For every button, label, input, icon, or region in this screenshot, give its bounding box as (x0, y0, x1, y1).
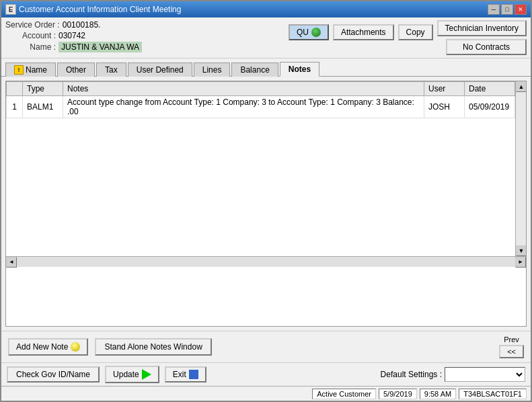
vertical-scrollbar[interactable]: ▲ ▼ (515, 81, 526, 256)
update-label: Update (113, 370, 139, 379)
info-section: Service Order : 00100185. Account : 0307… (5, 20, 284, 52)
stand-alone-notes-window-button[interactable]: Stand Alone Notes Window (95, 338, 211, 356)
tab-balance-label: Balance (240, 65, 269, 75)
notes-table: Type Notes User Date 1 BALM1 Account typ… (6, 81, 515, 118)
default-settings-section: Default Settings : (381, 367, 525, 382)
default-settings-dropdown[interactable] (445, 367, 525, 382)
default-settings-label: Default Settings : (381, 370, 442, 379)
no-contracts-button[interactable]: No Contracts (446, 39, 527, 55)
row-notes: Account type change from Account Type: 1… (63, 96, 424, 118)
col-header-user: User (424, 82, 465, 96)
window-title: Customer Account Information Client Meet… (19, 5, 181, 14)
exit-label: Exit (173, 370, 186, 379)
yellow-circle-icon (71, 342, 80, 352)
prev-button[interactable]: << (499, 345, 524, 358)
notes-table-area: Type Notes User Date 1 BALM1 Account typ… (5, 81, 527, 327)
exit-button[interactable]: Exit (165, 366, 206, 383)
row-user: JOSH (424, 96, 465, 118)
col-header-type: Type (23, 82, 63, 96)
center-buttons: QU Attachments Copy (289, 20, 433, 40)
tab-tax[interactable]: Tax (96, 63, 126, 77)
app-icon: E (5, 4, 16, 15)
col-header-notes: Notes (63, 82, 424, 96)
technician-inventory-button[interactable]: Technician Inventory (437, 20, 527, 36)
minimize-button[interactable]: ─ (488, 4, 500, 15)
tab-name-label: Name (26, 65, 47, 75)
scroll-right-button[interactable]: ► (515, 257, 526, 268)
qu-circle-icon (311, 28, 321, 37)
action-bar: Check Gov ID/Name Update Exit Default Se… (1, 362, 531, 386)
warning-icon: ! (14, 65, 24, 75)
tabs-bar: ! Name Other Tax User Defined Lines Bala… (1, 58, 531, 77)
service-order-value: 00100185. (63, 20, 101, 30)
add-new-note-button[interactable]: Add New Note (8, 338, 88, 356)
row-date: 05/09/2019 (465, 96, 515, 118)
status-bar: Active Customer 5/9/2019 9:58 AM T34BLSA… (1, 386, 531, 401)
top-area: Service Order : 00100185. Account : 0307… (1, 17, 531, 58)
qu-label: QU (297, 28, 309, 37)
tab-other[interactable]: Other (57, 63, 95, 77)
maximize-button[interactable]: □ (501, 4, 513, 15)
scroll-track (516, 92, 526, 245)
row-num: 1 (7, 96, 23, 118)
col-header-date: Date (465, 82, 515, 96)
tab-user-defined[interactable]: User Defined (128, 63, 192, 77)
status-time: 9:58 AM (420, 389, 456, 399)
tab-balance[interactable]: Balance (231, 63, 278, 77)
attachments-button[interactable]: Attachments (333, 24, 394, 40)
bottom-note-buttons: Add New Note Stand Alone Notes Window Pr… (1, 331, 531, 362)
horizontal-scrollbar[interactable]: ◄ ► (6, 256, 526, 267)
tab-notes-label: Notes (289, 65, 311, 74)
table-scroll[interactable]: Type Notes User Date 1 BALM1 Account typ… (6, 81, 515, 256)
account-label: Account : (5, 31, 56, 40)
name-value: JUSTIN & VANJA WA (59, 42, 142, 52)
status-terminal: T34BLSACT01F1 (459, 389, 527, 399)
name-label: Name : (5, 42, 56, 52)
prev-label: Prev (504, 335, 519, 344)
title-bar-left: E Customer Account Information Client Me… (5, 4, 181, 15)
title-buttons: ─ □ ✕ (488, 4, 527, 15)
name-row: Name : JUSTIN & VANJA WA (5, 42, 284, 52)
tab-other-label: Other (66, 65, 86, 75)
tab-tax-label: Tax (105, 65, 118, 75)
table-row[interactable]: 1 BALM1 Account type change from Account… (7, 96, 515, 118)
table-inner: Type Notes User Date 1 BALM1 Account typ… (6, 81, 526, 256)
active-customer-status: Active Customer (312, 389, 376, 399)
close-button[interactable]: ✕ (515, 4, 527, 15)
account-row: Account : 030742 (5, 31, 284, 40)
prev-section: Prev << (499, 335, 524, 358)
service-order-row: Service Order : 00100185. (5, 20, 284, 30)
scroll-left-button[interactable]: ◄ (6, 257, 17, 268)
tab-name[interactable]: ! Name (5, 63, 56, 77)
col-header-num (7, 82, 23, 96)
copy-button[interactable]: Copy (398, 24, 433, 40)
add-new-note-label: Add New Note (16, 342, 68, 352)
update-play-icon (142, 369, 151, 380)
status-date: 5/9/2019 (379, 389, 417, 399)
account-value: 030742 (59, 31, 85, 40)
tab-user-defined-label: User Defined (137, 65, 184, 75)
exit-square-icon (189, 370, 198, 379)
tab-lines-label: Lines (202, 65, 222, 75)
service-order-label: Service Order : (5, 20, 60, 30)
scroll-down-button[interactable]: ▼ (516, 245, 527, 256)
qu-button[interactable]: QU (289, 24, 329, 40)
main-window: E Customer Account Information Client Me… (0, 0, 532, 402)
tab-lines[interactable]: Lines (194, 63, 231, 77)
row-type: BALM1 (23, 96, 63, 118)
title-bar: E Customer Account Information Client Me… (1, 1, 531, 17)
check-gov-id-button[interactable]: Check Gov ID/Name (7, 366, 100, 383)
main-content: Service Order : 00100185. Account : 0307… (1, 17, 531, 401)
scroll-up-button[interactable]: ▲ (516, 81, 527, 92)
tab-notes[interactable]: Notes (280, 62, 319, 77)
right-buttons-section: Technician Inventory No Contracts (437, 20, 527, 55)
update-button[interactable]: Update (105, 366, 159, 383)
